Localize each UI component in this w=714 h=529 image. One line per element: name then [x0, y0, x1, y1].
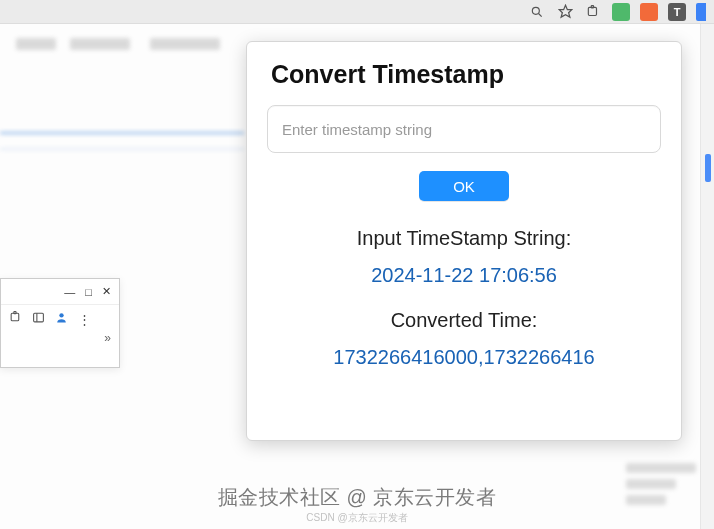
- ok-button[interactable]: OK: [419, 171, 509, 201]
- profile-icon[interactable]: [55, 311, 68, 327]
- svg-line-1: [539, 13, 542, 16]
- side-indicator: [705, 154, 711, 182]
- result-block: Input TimeStamp String: 2024-11-22 17:06…: [267, 227, 661, 369]
- side-strip: [700, 24, 714, 529]
- svg-marker-2: [559, 5, 572, 17]
- svg-rect-3: [588, 7, 596, 15]
- input-timestamp-value: 2024-11-22 17:06:56: [267, 264, 661, 287]
- extension-green-icon[interactable]: [612, 3, 630, 21]
- browser-toolbar: T: [0, 0, 714, 24]
- minimize-icon[interactable]: —: [64, 286, 75, 298]
- input-timestamp-label: Input TimeStamp String:: [267, 227, 661, 250]
- background-list: [626, 457, 696, 511]
- svg-point-0: [532, 7, 539, 14]
- svg-rect-7: [34, 313, 44, 322]
- close-icon[interactable]: ✕: [102, 285, 111, 298]
- svg-point-9: [59, 313, 63, 317]
- timestamp-converter-popup: Convert Timestamp OK Input TimeStamp Str…: [246, 41, 682, 441]
- popup-title: Convert Timestamp: [271, 60, 504, 89]
- converted-time-label: Converted Time:: [267, 309, 661, 332]
- extension-blue-icon[interactable]: [696, 3, 706, 21]
- extension-timestamp-icon[interactable]: T: [668, 3, 686, 21]
- mini-window-titlebar: — □ ✕: [1, 279, 119, 305]
- more-chevron-icon[interactable]: »: [104, 331, 111, 345]
- puzzle-icon[interactable]: [9, 311, 22, 327]
- zoom-icon[interactable]: [528, 3, 546, 21]
- kebab-menu-icon[interactable]: ⋮: [78, 312, 91, 327]
- extensions-icon[interactable]: [584, 3, 602, 21]
- mini-window: — □ ✕ ⋮ »: [0, 278, 120, 368]
- bookmark-star-icon[interactable]: [556, 3, 574, 21]
- maximize-icon[interactable]: □: [85, 286, 92, 298]
- converted-time-value: 1732266416000,1732266416: [267, 346, 661, 369]
- svg-rect-5: [11, 313, 19, 321]
- extension-orange-icon[interactable]: [640, 3, 658, 21]
- sidebar-toggle-icon[interactable]: [32, 311, 45, 327]
- timestamp-input[interactable]: [267, 105, 661, 153]
